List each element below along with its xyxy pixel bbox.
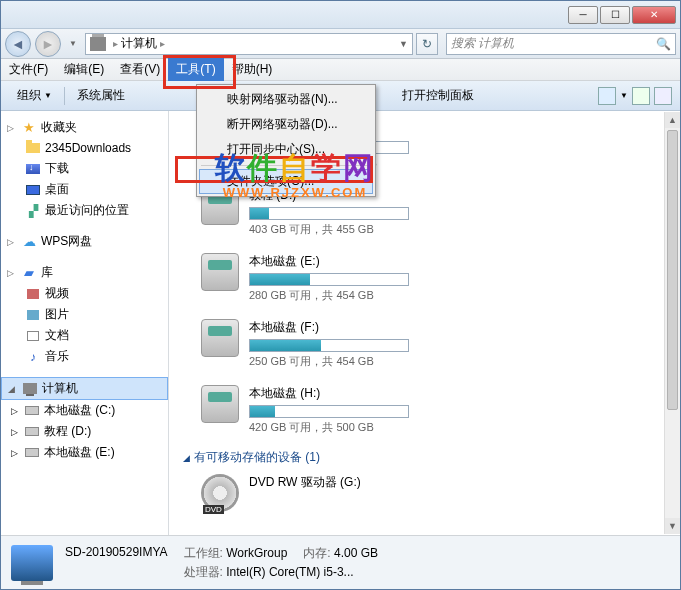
scroll-down-button[interactable]: ▼ — [665, 518, 680, 534]
menu-disconnect-drive[interactable]: 断开网络驱动器(D)... — [199, 112, 373, 137]
computer-large-icon — [11, 545, 53, 581]
status-mem-label: 内存: — [303, 546, 330, 560]
control-panel-button[interactable]: 打开控制面板 — [394, 84, 482, 107]
separator — [64, 87, 65, 105]
breadcrumb-sep-icon: ▸ — [113, 38, 118, 49]
drive-usage-bar — [249, 207, 409, 220]
status-mem: 4.00 GB — [334, 546, 378, 560]
sidebar-item[interactable]: 下载 — [1, 158, 168, 179]
drive-icon — [201, 253, 239, 291]
menubar: 文件(F) 编辑(E) 查看(V) 工具(T) 帮助(H) — [1, 59, 680, 81]
sidebar-item[interactable]: 2345Downloads — [1, 138, 168, 158]
sidebar-item[interactable]: ▷本地磁盘 (E:) — [1, 442, 168, 463]
scroll-up-button[interactable]: ▲ — [665, 112, 680, 128]
status-name: SD-20190529IMYA — [65, 545, 168, 562]
tools-dropdown-menu: 映射网络驱动器(N)... 断开网络驱动器(D)... 打开同步中心(S)...… — [196, 84, 376, 197]
explorer-window: ─ ☐ ✕ ◄ ► ▼ ▸ 计算机 ▸ ▼ ↻ 搜索 计算机 🔍 文件(F) 编… — [0, 0, 681, 590]
status-bar: SD-20190529IMYA 工作组: WorkGroup 内存: 4.00 … — [1, 535, 680, 589]
minimize-button[interactable]: ─ — [568, 6, 598, 24]
removable-section-header[interactable]: ◢有可移动存储的设备 (1) — [177, 445, 672, 468]
drive-usage-bar — [249, 339, 409, 352]
menu-help[interactable]: 帮助(H) — [224, 58, 281, 81]
status-cpu-label: 处理器: — [184, 565, 223, 579]
drive-name: 本地磁盘 (E:) — [249, 253, 449, 270]
help-icon[interactable] — [654, 87, 672, 105]
drive-item[interactable]: DVD RW 驱动器 (G:) — [177, 468, 672, 522]
drive-icon — [201, 385, 239, 423]
drive-stat: 280 GB 可用，共 454 GB — [249, 288, 449, 303]
refresh-button[interactable]: ↻ — [416, 33, 438, 55]
search-input[interactable]: 搜索 计算机 🔍 — [446, 33, 676, 55]
drive-stat: 403 GB 可用，共 455 GB — [249, 222, 449, 237]
sidebar-item[interactable]: ▷本地磁盘 (C:) — [1, 400, 168, 421]
scroll-thumb[interactable] — [667, 130, 678, 410]
drive-usage-bar — [249, 405, 409, 418]
nav-bar: ◄ ► ▼ ▸ 计算机 ▸ ▼ ↻ 搜索 计算机 🔍 — [1, 29, 680, 59]
drive-usage-bar — [249, 273, 409, 286]
computer-icon — [90, 37, 106, 51]
navigation-pane: ▷★收藏夹 2345Downloads 下载 桌面 ▞最近访问的位置 ▷☁WPS… — [1, 111, 169, 535]
sidebar-favorites[interactable]: ▷★收藏夹 — [1, 117, 168, 138]
drive-item[interactable]: 本地磁盘 (H:) 420 GB 可用，共 500 GB — [177, 379, 672, 445]
drive-stat: 420 GB 可用，共 500 GB — [249, 420, 449, 435]
sidebar-libraries[interactable]: ▷▰库 — [1, 262, 168, 283]
drive-icon — [201, 319, 239, 357]
history-dropdown-icon[interactable]: ▼ — [69, 39, 77, 48]
sidebar-item[interactable]: ▷教程 (D:) — [1, 421, 168, 442]
search-placeholder: 搜索 计算机 — [451, 35, 514, 52]
dvd-icon — [201, 474, 239, 512]
sidebar-item[interactable]: ♪音乐 — [1, 346, 168, 367]
sidebar-wps[interactable]: ▷☁WPS网盘 — [1, 231, 168, 252]
status-workgroup: WorkGroup — [226, 546, 287, 560]
forward-button[interactable]: ► — [35, 31, 61, 57]
drive-name: 本地磁盘 (F:) — [249, 319, 449, 336]
sidebar-item[interactable]: 桌面 — [1, 179, 168, 200]
search-icon: 🔍 — [656, 37, 671, 51]
menu-separator — [201, 165, 371, 166]
scrollbar[interactable]: ▲ ▼ — [664, 112, 680, 534]
status-workgroup-label: 工作组: — [184, 546, 223, 560]
organize-button[interactable]: 组织 ▼ — [9, 84, 60, 107]
menu-file[interactable]: 文件(F) — [1, 58, 56, 81]
drive-item[interactable]: 本地磁盘 (F:) 250 GB 可用，共 454 GB — [177, 313, 672, 379]
sidebar-item[interactable]: 图片 — [1, 304, 168, 325]
drive-stat: 250 GB 可用，共 454 GB — [249, 354, 449, 369]
address-bar[interactable]: ▸ 计算机 ▸ ▼ — [85, 33, 413, 55]
sidebar-item[interactable]: 视频 — [1, 283, 168, 304]
breadcrumb-sep-icon: ▸ — [160, 38, 165, 49]
menu-edit[interactable]: 编辑(E) — [56, 58, 112, 81]
sidebar-item[interactable]: 文档 — [1, 325, 168, 346]
sidebar-item[interactable]: ▞最近访问的位置 — [1, 200, 168, 221]
drive-name: 本地磁盘 (H:) — [249, 385, 449, 402]
drive-item[interactable]: 本地磁盘 (E:) 280 GB 可用，共 454 GB — [177, 247, 672, 313]
close-button[interactable]: ✕ — [632, 6, 676, 24]
system-properties-button[interactable]: 系统属性 — [69, 84, 133, 107]
preview-pane-icon[interactable] — [632, 87, 650, 105]
maximize-button[interactable]: ☐ — [600, 6, 630, 24]
address-dropdown-icon[interactable]: ▼ — [399, 39, 408, 49]
view-mode-icon[interactable] — [598, 87, 616, 105]
back-button[interactable]: ◄ — [5, 31, 31, 57]
menu-sync-center[interactable]: 打开同步中心(S)... — [199, 137, 373, 162]
menu-map-drive[interactable]: 映射网络驱动器(N)... — [199, 87, 373, 112]
menu-tools[interactable]: 工具(T) — [168, 58, 223, 81]
status-cpu: Intel(R) Core(TM) i5-3... — [226, 565, 353, 579]
drive-name: DVD RW 驱动器 (G:) — [249, 474, 449, 491]
view-dropdown-icon[interactable]: ▼ — [620, 91, 628, 100]
menu-folder-options[interactable]: 文件夹选项(O)... — [199, 169, 373, 194]
titlebar: ─ ☐ ✕ — [1, 1, 680, 29]
address-text: 计算机 — [121, 35, 157, 52]
menu-view[interactable]: 查看(V) — [112, 58, 168, 81]
sidebar-computer[interactable]: ◢计算机 — [1, 377, 168, 400]
